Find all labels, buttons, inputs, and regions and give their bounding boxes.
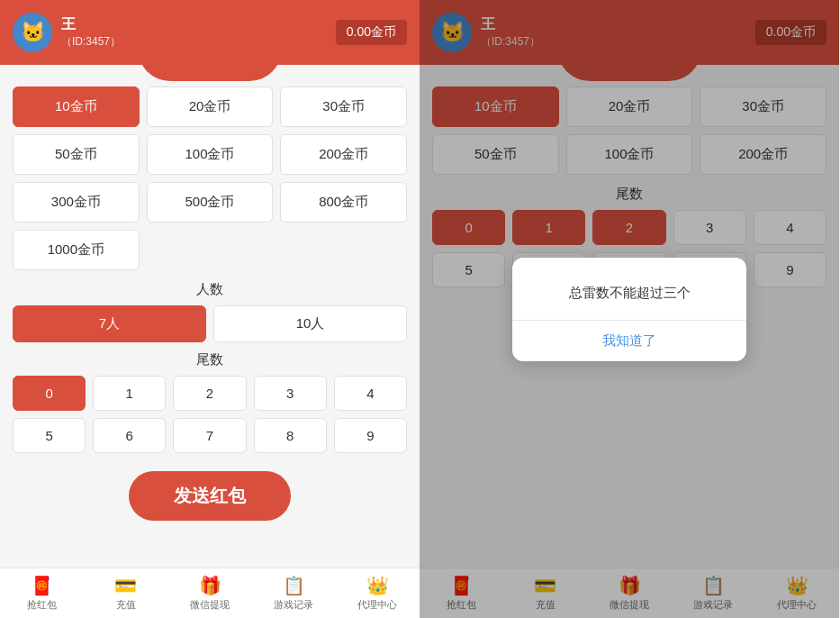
left-people-title: 人数 (13, 281, 407, 298)
left-nav-hongbao-label: 抢红包 (27, 598, 57, 612)
left-avatar: 🐱 (13, 13, 52, 52)
tail-btn-8[interactable]: 8 (254, 418, 327, 453)
left-header: 🐱 王 （ID:3457） 0.00金币 (0, 0, 420, 65)
left-nav-chongzhi-icon: 💳 (114, 575, 137, 596)
tail-btn-0[interactable]: 0 (13, 376, 86, 411)
left-content: 10金币 20金币 30金币 50金币 100金币 200金币 300金币 50… (0, 65, 420, 568)
left-coin-badge: 0.00金币 (336, 20, 407, 45)
coin-btn-1000[interactable]: 1000金币 (13, 230, 140, 270)
left-nav-wechat-icon: 🎁 (199, 575, 221, 596)
coin-btn-200[interactable]: 200金币 (280, 134, 407, 175)
coin-btn-20[interactable]: 20金币 (147, 86, 274, 127)
tail-btn-9[interactable]: 9 (334, 418, 407, 453)
left-tail-title: 尾数 (13, 351, 407, 368)
left-send-wrap: 发送红包 (13, 466, 407, 524)
coin-btn-10[interactable]: 10金币 (13, 86, 140, 127)
coin-btn-100[interactable]: 100金币 (147, 134, 274, 175)
left-people-row: 7人 10人 (13, 305, 407, 342)
left-nav-wechat[interactable]: 🎁 微信提现 (167, 568, 251, 618)
coin-btn-300[interactable]: 300金币 (13, 182, 140, 223)
left-nav-chongzhi[interactable]: 💳 充值 (84, 568, 167, 618)
right-modal: 总雷数不能超过三个 我知道了 (512, 258, 746, 361)
coin-btn-50[interactable]: 50金币 (13, 134, 140, 175)
tail-btn-6[interactable]: 6 (93, 418, 166, 453)
tail-btn-7[interactable]: 7 (173, 418, 246, 453)
left-nav-records[interactable]: 📋 游戏记录 (252, 568, 336, 618)
left-nav-hongbao[interactable]: 🧧 抢红包 (0, 568, 84, 618)
coin-btn-500[interactable]: 500金币 (147, 182, 274, 223)
left-panel: 🐱 王 （ID:3457） 0.00金币 10金币 20金币 30金币 50金币… (0, 0, 420, 618)
left-coins-grid: 10金币 20金币 30金币 50金币 100金币 200金币 300金币 50… (13, 86, 407, 270)
people-btn-10[interactable]: 10人 (213, 305, 407, 342)
tail-btn-4[interactable]: 4 (334, 376, 407, 411)
left-nav-agent-label: 代理中心 (357, 598, 397, 612)
left-nav-wechat-label: 微信提现 (190, 598, 230, 612)
left-nav-hongbao-icon: 🧧 (31, 575, 53, 596)
left-user-info: 王 （ID:3457） (61, 15, 121, 50)
left-send-button[interactable]: 发送红包 (129, 471, 291, 521)
coin-btn-30[interactable]: 30金币 (280, 86, 407, 127)
tail-btn-1[interactable]: 1 (93, 376, 166, 411)
left-nav-agent[interactable]: 👑 代理中心 (336, 568, 420, 618)
left-nav-agent-icon: 👑 (366, 575, 389, 596)
tail-btn-2[interactable]: 2 (173, 376, 246, 411)
coin-btn-800[interactable]: 800金币 (280, 182, 407, 223)
right-modal-footer: 我知道了 (512, 320, 746, 361)
left-nav-chongzhi-label: 充值 (116, 598, 136, 612)
left-bottom-nav: 🧧 抢红包 💳 充值 🎁 微信提现 📋 游戏记录 👑 代理中心 (0, 568, 420, 618)
tail-btn-3[interactable]: 3 (254, 376, 327, 411)
right-modal-body: 总雷数不能超过三个 (512, 258, 746, 320)
people-btn-7[interactable]: 7人 (13, 305, 206, 342)
tail-btn-5[interactable]: 5 (13, 418, 86, 453)
right-modal-confirm-button[interactable]: 我知道了 (512, 321, 746, 361)
left-tail-grid: 0 1 2 3 4 5 6 7 8 9 (13, 376, 407, 453)
left-nav-records-icon: 📋 (283, 575, 305, 596)
left-nav-records-label: 游戏记录 (274, 598, 313, 612)
right-panel: 🐱 王 （ID:3457） 0.00金币 10金币 20金币 30金币 50金币… (420, 0, 839, 618)
left-user-name: 王 (61, 15, 121, 34)
right-modal-overlay: 总雷数不能超过三个 我知道了 (420, 0, 839, 618)
right-modal-message: 总雷数不能超过三个 (569, 285, 691, 300)
left-user-id: （ID:3457） (61, 34, 121, 50)
